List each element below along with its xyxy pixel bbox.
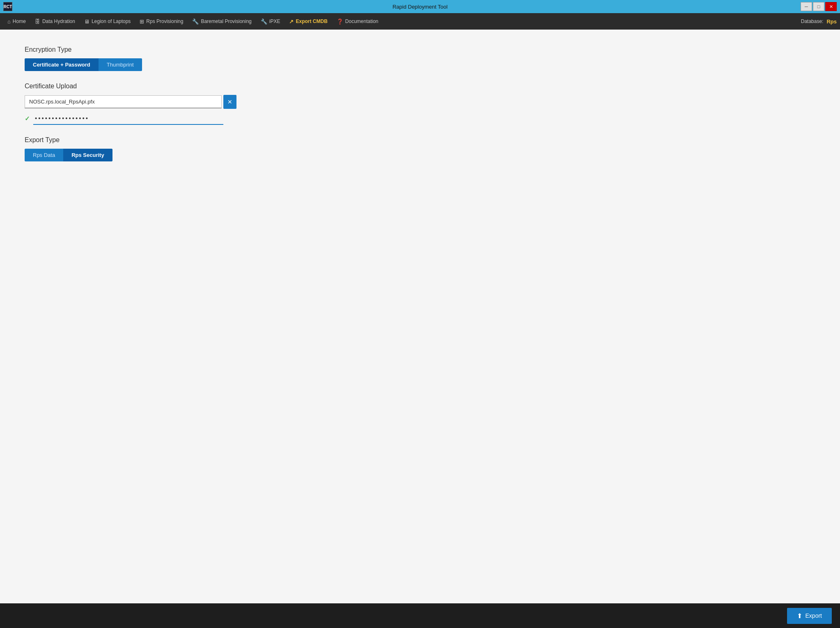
menu-item-label: Legion of Laptops xyxy=(92,18,131,24)
main-content: Encryption Type Certificate + Password T… xyxy=(0,30,840,603)
thumbprint-button[interactable]: Thumbprint xyxy=(99,58,142,71)
encryption-type-section: Encryption Type Certificate + Password T… xyxy=(25,46,815,71)
cert-clear-button[interactable]: ✕ xyxy=(223,95,236,109)
export-button[interactable]: ⬆ Export xyxy=(787,608,832,624)
close-button[interactable]: ✕ xyxy=(825,2,837,11)
menu-item-label: Documentation xyxy=(345,18,379,24)
export-button-icon: ⬆ xyxy=(797,612,802,620)
maximize-button[interactable]: □ xyxy=(813,2,824,11)
export-type-section: Export Type Rps Data Rps Security xyxy=(25,136,815,161)
export-cmdb-icon: ↗ xyxy=(289,18,294,25)
ipxe-icon: 🔧 xyxy=(261,18,267,25)
footer: ⬆ Export xyxy=(0,603,840,628)
sidebar-item-baremetal[interactable]: 🔧 Baremetal Provisioning xyxy=(188,16,255,27)
sidebar-item-legion-of-laptops[interactable]: 🖥 Legion of Laptops xyxy=(80,16,135,27)
rps-icon: ⊞ xyxy=(140,18,144,25)
legion-icon: 🖥 xyxy=(84,18,90,25)
encryption-type-label: Encryption Type xyxy=(25,46,815,53)
database-value: Rps xyxy=(826,18,837,25)
menu-bar: ⌂ Home 🗄 Data Hydration 🖥 Legion of Lapt… xyxy=(0,13,840,30)
title-bar-left: RCT xyxy=(3,2,12,11)
certificate-upload-section: Certificate Upload ✕ ✓ xyxy=(25,83,815,125)
menu-item-label: Rps Provisioning xyxy=(146,18,183,24)
cert-filename-input[interactable] xyxy=(25,95,222,108)
data-hydration-icon: 🗄 xyxy=(35,18,40,25)
rps-data-button[interactable]: Rps Data xyxy=(25,149,63,161)
certificate-upload-label: Certificate Upload xyxy=(25,83,815,90)
title-bar-title: Rapid Deployment Tool xyxy=(392,4,448,10)
menu-item-label: Export CMDB xyxy=(296,18,327,24)
sidebar-item-documentation[interactable]: ❓ Documentation xyxy=(333,16,383,27)
title-bar-controls: ─ □ ✕ xyxy=(801,2,837,11)
export-type-toggle-group: Rps Data Rps Security xyxy=(25,149,112,161)
password-row: ✓ xyxy=(25,112,223,125)
sidebar-item-export-cmdb[interactable]: ↗ Export CMDB xyxy=(285,16,331,27)
check-icon: ✓ xyxy=(25,115,30,122)
rps-security-button[interactable]: Rps Security xyxy=(63,149,112,161)
menu-item-label: iPXE xyxy=(269,18,280,24)
cert-upload-row: ✕ xyxy=(25,95,815,109)
sidebar-item-rps-provisioning[interactable]: ⊞ Rps Provisioning xyxy=(135,16,187,27)
sidebar-item-ipxe[interactable]: 🔧 iPXE xyxy=(257,16,285,27)
password-input[interactable] xyxy=(33,112,223,125)
menu-item-label: Data Hydration xyxy=(42,18,75,24)
export-button-label: Export xyxy=(806,612,822,619)
baremetal-icon: 🔧 xyxy=(192,18,199,25)
documentation-icon: ❓ xyxy=(337,18,343,25)
app-icon: RCT xyxy=(3,2,12,11)
export-type-label: Export Type xyxy=(25,136,815,144)
menu-item-label: Home xyxy=(13,18,26,24)
menu-item-label: Baremetal Provisioning xyxy=(201,18,251,24)
sidebar-item-home[interactable]: ⌂ Home xyxy=(3,16,30,27)
database-label: Database: xyxy=(799,18,826,24)
encryption-type-toggle-group: Certificate + Password Thumbprint xyxy=(25,58,142,71)
sidebar-item-data-hydration[interactable]: 🗄 Data Hydration xyxy=(31,16,79,27)
title-bar: RCT Rapid Deployment Tool ─ □ ✕ xyxy=(0,0,840,13)
cert-password-button[interactable]: Certificate + Password xyxy=(25,58,99,71)
minimize-button[interactable]: ─ xyxy=(801,2,812,11)
home-icon: ⌂ xyxy=(7,18,11,25)
